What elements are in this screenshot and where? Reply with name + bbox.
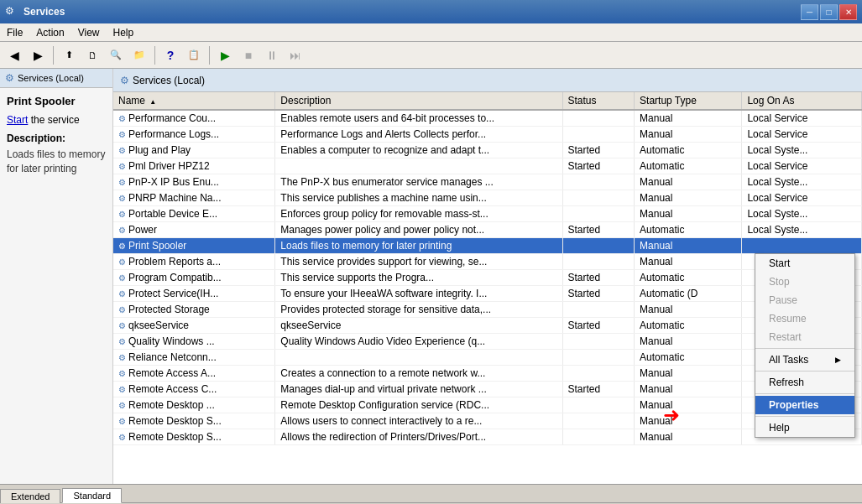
col-header-status[interactable]: Status [562, 92, 635, 110]
toolbar-forward[interactable]: ▶ [27, 45, 49, 65]
service-desc-cell: Loads files to memory for later printing [275, 238, 562, 254]
service-startup-cell: Automatic [635, 270, 742, 286]
context-menu-item-refresh[interactable]: Refresh [755, 373, 854, 392]
service-name-cell: ⚙Quality Windows ... [113, 334, 275, 350]
service-name-cell: ⚙Remote Desktop S... [113, 429, 275, 445]
toolbar-help[interactable]: ? [159, 45, 181, 65]
service-desc-cell: Allows users to connect interactively to… [275, 413, 562, 429]
service-name-cell: ⚙PNRP Machine Na... [113, 190, 275, 206]
start-service-link[interactable]: Start [7, 114, 28, 126]
service-status-cell: Started [562, 270, 635, 286]
service-desc-cell: This service provides support for viewin… [275, 254, 562, 270]
table-row[interactable]: ⚙Remote Desktop S...Allows the redirecti… [113, 429, 862, 445]
col-header-desc[interactable]: Description [275, 92, 562, 110]
toolbar-btn2[interactable]: 🗋 [81, 45, 103, 65]
table-row[interactable]: ⚙Remote Desktop S...Allows users to conn… [113, 413, 862, 429]
menu-help[interactable]: Help [107, 25, 141, 40]
context-item-label: Stop [769, 276, 790, 288]
tab-standard[interactable]: Standard [62, 488, 122, 503]
toolbar-btn3[interactable]: 🔍 [105, 45, 127, 65]
menu-view[interactable]: View [71, 25, 107, 40]
services-icon: ⚙ [5, 72, 14, 84]
service-status-cell [562, 190, 635, 206]
menu-file[interactable]: File [0, 25, 29, 40]
restore-button[interactable]: □ [820, 4, 838, 20]
table-row[interactable]: ⚙Performance Cou...Enables remote users … [113, 110, 862, 127]
table-row[interactable]: ⚙Reliance Netconn...Automatic [113, 350, 862, 366]
service-name-cell: ⚙Plug and Play [113, 143, 275, 158]
table-row[interactable]: ⚙Problem Reports a...This service provid… [113, 254, 862, 270]
service-name-cell: ⚙Portable Device E... [113, 206, 275, 222]
table-row[interactable]: ⚙Portable Device E...Enforces group poli… [113, 206, 862, 222]
service-startup-cell: Manual [635, 238, 742, 254]
service-status-cell [562, 366, 635, 382]
service-name-cell: ⚙Performance Logs... [113, 127, 275, 143]
service-desc-cell: Allows the redirection of Printers/Drive… [275, 429, 562, 445]
service-desc-cell: qkseeService [275, 318, 562, 334]
service-startup-cell: Manual [635, 397, 742, 413]
service-logon-cell: Local Syste... [742, 174, 862, 190]
toolbar: ◀ ▶ ⬆ 🗋 🔍 📁 ? 📋 ▶ ■ ⏸ ⏭ [0, 42, 862, 69]
table-row[interactable]: ⚙Protected StorageProvides protected sto… [113, 302, 862, 318]
toolbar-pause[interactable]: ⏸ [261, 45, 283, 65]
toolbar-play[interactable]: ▶ [214, 45, 236, 65]
services-table[interactable]: Name ▲ Description Status Startup Type L… [113, 92, 862, 484]
table-row[interactable]: ⚙Quality Windows ...Quality Windows Audi… [113, 334, 862, 350]
close-button[interactable]: ✕ [839, 4, 857, 20]
table-row[interactable]: ⚙PowerManages power policy and power pol… [113, 222, 862, 238]
context-menu-item-all-tasks[interactable]: All Tasks▶ [755, 351, 854, 369]
tab-extended[interactable]: Extended [0, 489, 60, 503]
service-startup-cell: Manual [635, 334, 742, 350]
service-name-cell: ⚙Power [113, 222, 275, 238]
service-desc-cell: This service publishes a machine name us… [275, 190, 562, 206]
title-bar: ⚙ Services ─ □ ✕ [0, 0, 862, 23]
right-panel-header: ⚙ Services (Local) [113, 69, 862, 92]
service-name-cell: ⚙Remote Access A... [113, 366, 275, 382]
service-status-cell [562, 238, 635, 254]
service-name-cell: ⚙Pml Driver HPZ12 [113, 158, 275, 174]
table-row[interactable]: ⚙Performance Logs...Performance Logs and… [113, 127, 862, 143]
col-header-logon[interactable]: Log On As [742, 92, 862, 110]
right-panel: ⚙ Services (Local) Name ▲ Description St… [113, 69, 862, 484]
service-logon-cell [742, 238, 862, 254]
minimize-button[interactable]: ─ [801, 4, 818, 20]
context-menu-item-stop: Stop [755, 273, 854, 291]
context-item-label: Help [769, 422, 790, 434]
context-menu-item-help[interactable]: Help [755, 418, 854, 437]
table-row[interactable]: ⚙Remote Access A...Creates a connection … [113, 366, 862, 382]
toolbar-skip[interactable]: ⏭ [285, 45, 306, 65]
service-desc-cell: Quality Windows Audio Video Experience (… [275, 334, 562, 350]
toolbar-btn4[interactable]: 📁 [128, 45, 150, 65]
table-row[interactable]: ⚙PnP-X IP Bus Enu...The PnP-X bus enumer… [113, 174, 862, 190]
context-menu-item-start[interactable]: Start [755, 254, 854, 273]
table-row[interactable]: ⚙PNRP Machine Na...This service publishe… [113, 190, 862, 206]
service-action-line: Start the service [7, 114, 106, 126]
toolbar-stop[interactable]: ■ [238, 45, 259, 65]
service-name-cell: ⚙Program Compatib... [113, 270, 275, 286]
table-row[interactable]: ⚙Remote Access C...Manages dial-up and v… [113, 382, 862, 397]
table-row[interactable]: ⚙qkseeServiceqkseeServiceStartedAutomati… [113, 318, 862, 334]
service-status-cell [562, 302, 635, 318]
table-row[interactable]: ⚙Program Compatib...This service support… [113, 270, 862, 286]
table-row[interactable]: ⚙Remote Desktop ...Remote Desktop Config… [113, 397, 862, 413]
context-item-label: Restart [769, 331, 802, 343]
col-header-startup[interactable]: Startup Type [635, 92, 742, 110]
table-row[interactable]: ⚙Protect Service(IH...To ensure your IHe… [113, 286, 862, 302]
service-desc-cell: The PnP-X bus enumerator service manages… [275, 174, 562, 190]
col-header-name[interactable]: Name ▲ [113, 92, 275, 110]
service-name-cell: ⚙Problem Reports a... [113, 254, 275, 270]
right-panel-icon: ⚙ [120, 75, 129, 86]
service-logon-cell: Local Service [742, 158, 862, 174]
context-item-label: All Tasks [769, 354, 808, 366]
menu-action[interactable]: Action [29, 25, 71, 40]
table-row[interactable]: ⚙Plug and PlayEnables a computer to reco… [113, 143, 862, 158]
context-menu-item-properties[interactable]: Properties [755, 396, 854, 414]
table-row[interactable]: ⚙Pml Driver HPZ12StartedAutomaticLocal S… [113, 158, 862, 174]
service-startup-cell: Manual [635, 127, 742, 143]
toolbar-up[interactable]: ⬆ [58, 45, 80, 65]
table-row[interactable]: ⚙Print SpoolerLoads files to memory for … [113, 238, 862, 254]
service-status-cell: Started [562, 222, 635, 238]
sort-icon: ▲ [149, 98, 156, 106]
toolbar-btn5[interactable]: 📋 [183, 45, 205, 65]
toolbar-back[interactable]: ◀ [3, 45, 25, 65]
